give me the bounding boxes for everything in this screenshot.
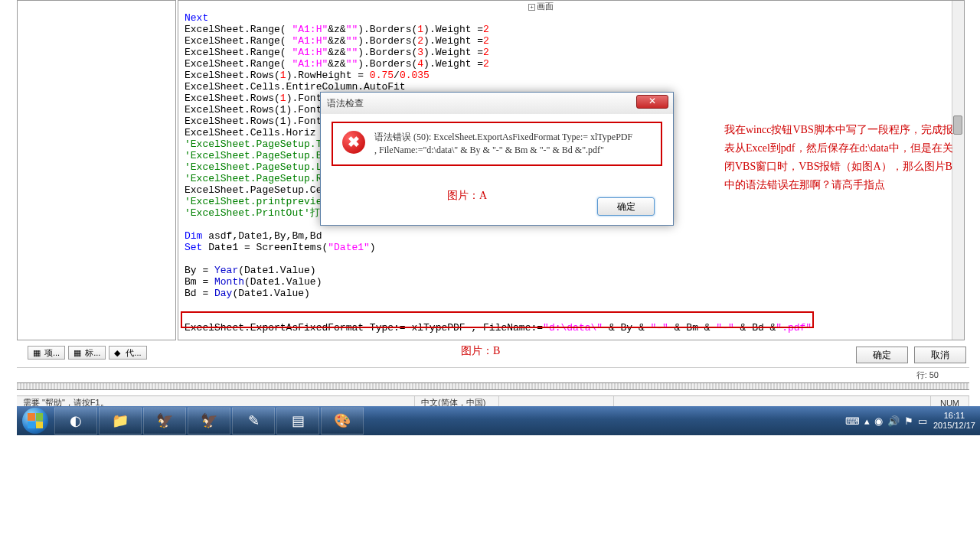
line-set: Set Date1 = ScreenItems("Date1") (185, 242, 376, 253)
splitter-bar[interactable] (17, 382, 969, 390)
tab-project[interactable]: ▦项... (28, 346, 65, 360)
line-ps4: 'ExcelSheet.PageSetup.Ri (185, 173, 328, 184)
windows-logo-icon (22, 408, 48, 434)
error-icon: ✖ (342, 131, 365, 154)
line-font2: ExcelSheet.Rows(1).Font. (185, 104, 328, 116)
line-center: ExcelSheet.PageSetup.Cer (185, 184, 328, 196)
line-border4: ExcelSheet.Range( "A1:H"&z&"").Borders(4… (185, 58, 489, 70)
project-tree-panel (17, 0, 176, 340)
editor-cancel-button[interactable]: 取消 (914, 347, 966, 363)
line-border2: ExcelSheet.Range( "A1:H"&z&"").Borders(2… (185, 35, 489, 47)
syntax-check-dialog: 语法检查 ✕ ✖ 语法错误 (50): ExcelSheet.ExportAsF… (320, 92, 674, 226)
editor-status-line: 行: 50 (17, 367, 969, 381)
line-border3: ExcelSheet.Range( "A1:H"&z&"").Borders(3… (185, 47, 489, 58)
tray-clock[interactable]: 16:11 2015/12/17 (933, 411, 975, 431)
doc-tree[interactable]: +画面 (528, 2, 554, 11)
tray-icon-3[interactable]: ◉ (874, 415, 883, 427)
tray-up-icon[interactable]: ▴ (864, 415, 870, 427)
line-prev: 'ExcelSheet.printpreview (185, 196, 328, 207)
dialog-ok-button[interactable]: 确定 (597, 197, 655, 216)
tab-label[interactable]: ▦标... (68, 346, 106, 360)
user-annotation: 我在wincc按钮VBS脚本中写了一段程序，完成报表从Excel到pdf，然后保… (724, 121, 962, 194)
dialog-close-button[interactable]: ✕ (636, 95, 668, 109)
line-bm: Bm = Month(Date1.Value) (185, 276, 322, 288)
taskbar-item-6[interactable]: ▤ (276, 407, 319, 434)
tray-flag-icon[interactable]: ⚑ (904, 415, 913, 427)
tray-icon-6[interactable]: ▭ (918, 415, 927, 427)
line-rowheight: ExcelSheet.Rows(1).RowHeight = 0.75/0.03… (185, 70, 430, 81)
editor-footer: 确定 取消 (856, 347, 966, 363)
kw-next: Next (185, 12, 208, 24)
start-button[interactable] (17, 406, 54, 435)
line-autofit: ExcelSheet.Cells.EntireColumn.AutoFit (185, 81, 406, 93)
tray-volume-icon[interactable]: 🔊 (887, 415, 900, 427)
taskbar-item-paint[interactable]: 🎨 (321, 407, 364, 434)
dialog-title[interactable]: 语法检查 ✕ (321, 93, 673, 114)
tray-icons[interactable]: ⌨ ▴ ◉ 🔊 ⚑ ▭ (845, 415, 927, 427)
line-border1: ExcelSheet.Range( "A1:H"&z&"").Borders(1… (185, 24, 489, 35)
taskbar: ◐ 📁 🦅 🦅 ✎ ▤ 🎨 ⌨ ▴ ◉ 🔊 ⚑ ▭ 16:11 2015/12/… (17, 406, 980, 435)
line-by: By = Year(Date1.Value) (185, 265, 316, 276)
dialog-message: 语法错误 (50): ExcelSheet.ExportAsFixedForma… (374, 131, 632, 157)
line-printout: 'ExcelSheet.PrintOut'打印 (185, 207, 330, 219)
dialog-title-text: 语法检查 (327, 98, 364, 109)
taskbar-item-3[interactable]: 🦅 (143, 407, 186, 434)
taskbar-item-1[interactable]: ◐ (54, 407, 97, 434)
line-bd: Bd = Day(Date1.Value) (185, 288, 310, 299)
tray-keyboard-icon[interactable]: ⌨ (845, 415, 860, 427)
dialog-message-box: ✖ 语法错误 (50): ExcelSheet.ExportAsFixedFor… (332, 122, 662, 166)
system-tray: ⌨ ▴ ◉ 🔊 ⚑ ▭ 16:11 2015/12/17 (845, 411, 980, 431)
line-ps1: 'ExcelSheet.PageSetup.To (185, 138, 328, 150)
editor-ok-button[interactable]: 确定 (856, 347, 908, 363)
caption-a: 图片：A (447, 189, 487, 203)
line-font3: ExcelSheet.Rows(1).Font. (185, 116, 328, 127)
tab-code[interactable]: ◆代... (109, 346, 146, 360)
taskbar-item-explorer[interactable]: 📁 (99, 407, 142, 434)
line-ps3: 'ExcelSheet.PageSetup.Le (185, 161, 328, 173)
caption-b: 图片：B (461, 344, 500, 358)
highlight-box-b (181, 311, 814, 328)
line-dim: Dim asdf,Date1,By,Bm,Bd (185, 230, 322, 242)
tree-expand-icon[interactable]: + (528, 4, 535, 11)
label-icon: ▦ (74, 348, 83, 357)
project-icon: ▦ (33, 348, 42, 357)
line-horiz: ExcelSheet.Cells.Horiz (185, 127, 316, 138)
taskbar-item-5[interactable]: ✎ (232, 407, 275, 434)
bottom-tabs: ▦项... ▦标... ◆代... (28, 346, 147, 360)
line-ps2: 'ExcelSheet.PageSetup.Bo (185, 150, 328, 161)
code-icon: ◆ (114, 348, 123, 357)
taskbar-item-4[interactable]: 🦅 (188, 407, 230, 434)
